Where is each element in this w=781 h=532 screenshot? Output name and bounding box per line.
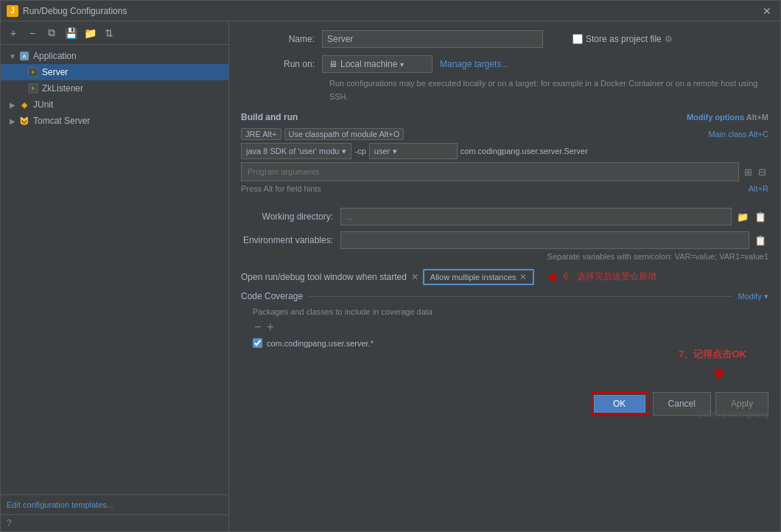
working-dir-row: Working directory: 📁 📋 [241, 208, 768, 225]
tomcat-arrow: ▶ [7, 115, 18, 127]
bottom-buttons: OK Cancel Apply [241, 385, 768, 419]
config-tree: ▼ A Application Server [1, 45, 228, 494]
folder-button[interactable]: 📁 [82, 25, 98, 41]
close-open-run-icon[interactable]: ✕ [411, 272, 418, 282]
ok-button[interactable]: OK [594, 395, 645, 413]
left-panel: + − ⧉ 💾 📁 ⇅ [1, 21, 229, 531]
sdk-row: java 8 SDK of 'user' modu ▾ -cp user ▾ c… [241, 143, 768, 159]
tomcat-icon: 🐱 [18, 115, 30, 127]
run-on-dropdown[interactable]: 🖥 Local machine ▾ [322, 55, 432, 73]
vars-dir-button[interactable]: 📋 [752, 211, 768, 223]
copy-icon: ⧉ [48, 27, 55, 39]
copy-config-button[interactable]: ⧉ [43, 25, 60, 41]
help-icon[interactable]: ? [7, 518, 12, 528]
allow-multiple-label: Allow multiple instances [430, 273, 516, 281]
options-chips-row: Open run/debug tool window when started … [241, 268, 768, 285]
working-dir-input[interactable] [340, 208, 732, 225]
sdk-arrow-icon: ▾ [342, 147, 346, 156]
name-input[interactable] [322, 30, 543, 48]
store-label: Store as project file [586, 34, 662, 44]
semicolon-hint: Separate variables with semicolon: VAR=v… [241, 252, 768, 261]
add-config-button[interactable]: + [5, 25, 21, 41]
application-group-icon: A [18, 50, 30, 62]
dropdown-arrow-icon: ▾ [400, 60, 404, 69]
coverage-title: Code Coverage [241, 291, 303, 301]
classpath-dropdown[interactable]: user ▾ [369, 143, 458, 159]
store-area: Store as project file ⚙ [572, 34, 673, 44]
allow-multiple-close-icon[interactable]: ✕ [519, 272, 527, 282]
main-class-value: com.codingpang.user.server.Server [460, 147, 768, 155]
packages-buttons: − + [253, 321, 768, 334]
annotation-step6: 6、选择完后这里会新增 [563, 270, 656, 283]
help-area: ? [1, 514, 228, 531]
remove-config-button[interactable]: − [24, 25, 41, 41]
application-group-label: Application [33, 51, 77, 61]
allow-multiple-chip: Allow multiple instances ✕ [423, 269, 534, 285]
junit-icon: ◆ [18, 99, 30, 111]
zklistener-icon [27, 83, 39, 94]
package-text: com.codingpang.user.server.* [267, 339, 374, 348]
remove-package-button[interactable]: − [253, 321, 262, 334]
right-panel: Name: Store as project file ⚙ Run on: 🖥 … [229, 21, 780, 531]
modify-options-link[interactable]: Modify options Alt+M [687, 113, 768, 122]
env-vars-input[interactable] [340, 231, 749, 249]
gear-icon[interactable]: ⚙ [665, 34, 673, 44]
tree-zklistener-item[interactable]: ZkListener [1, 80, 228, 97]
cp-arrow-icon: ▾ [393, 147, 397, 156]
svg-text:A: A [22, 53, 27, 60]
server-item-label: Server [42, 67, 68, 77]
collapse-arrow: ▼ [7, 50, 18, 62]
annotation-arrow-right: ◄ [544, 268, 559, 285]
watermark: CSDN @CodingPang [698, 410, 768, 419]
run-on-label: Run on: [241, 59, 322, 69]
cp-label: -cp [354, 147, 365, 155]
close-button[interactable]: ✕ [760, 5, 774, 17]
step7-arrow-icon: ▼ [241, 364, 728, 385]
package-row: com.codingpang.user.server.* [253, 338, 768, 348]
jre-row: JRE Alt+ Use classpath of module Alt+O M… [241, 128, 768, 140]
dir-buttons: 📁 📋 [735, 211, 768, 223]
zklistener-item-label: ZkListener [42, 83, 83, 94]
program-args-row: ⊞ ⊟ [241, 162, 768, 181]
shrink-button[interactable]: ⊟ [756, 166, 768, 178]
sdk-dropdown[interactable]: java 8 SDK of 'user' modu ▾ [241, 143, 351, 159]
ok-highlight-area: OK [591, 392, 648, 416]
tomcat-group-label: Tomcat Server [33, 116, 90, 126]
minus-icon: − [29, 27, 35, 39]
tree-application-group[interactable]: ▼ A Application [1, 48, 228, 64]
press-alt-hint: Press Alt for field hints [241, 184, 321, 193]
open-run-label: Open run/debug tool window when started [241, 272, 407, 282]
server-run-icon [27, 66, 39, 78]
expand-icons: ⊞ ⊟ [742, 166, 768, 178]
jre-hint-tag: JRE Alt+ [241, 128, 281, 140]
build-run-header: Build and run Modify options Alt+M [241, 112, 768, 122]
tree-server-item[interactable]: Server [1, 64, 228, 80]
name-label: Name: [241, 34, 322, 44]
sort-button[interactable]: ⇅ [101, 25, 117, 41]
tree-tomcat-group[interactable]: ▶ 🐱 Tomcat Server [1, 113, 228, 129]
store-checkbox[interactable] [572, 34, 583, 44]
expand-button[interactable]: ⊞ [742, 166, 754, 178]
title-text: Run/Debug Configurations [23, 6, 760, 16]
coverage-modify-link[interactable]: Modify ▾ [738, 292, 768, 301]
left-toolbar: + − ⧉ 💾 📁 ⇅ [1, 21, 228, 45]
save-config-button[interactable]: 💾 [63, 25, 79, 41]
junit-group-label: JUnit [33, 99, 53, 110]
use-classpath-hint-tag: Use classpath of module Alt+O [284, 128, 404, 140]
build-run-label: Build and run [241, 112, 298, 122]
working-dir-label: Working directory: [241, 211, 340, 222]
packages-label: Packages and classes to include in cover… [253, 307, 768, 316]
hints-row: Press Alt for field hints Alt+R [241, 184, 768, 200]
program-args-input[interactable] [241, 162, 739, 181]
edit-templates-link[interactable]: Edit configuration templates... [7, 500, 113, 509]
code-coverage-section: Code Coverage Modify ▾ Packages and clas… [241, 291, 768, 348]
edit-vars-button[interactable]: 📋 [752, 234, 768, 247]
sort-icon: ⇅ [105, 27, 113, 39]
browse-dir-button[interactable]: 📁 [735, 211, 751, 223]
add-package-button[interactable]: + [265, 321, 275, 334]
run-debug-dialog: J Run/Debug Configurations ✕ + − ⧉ 💾 [0, 0, 781, 532]
folder-icon: 📁 [84, 27, 97, 39]
manage-targets-link[interactable]: Manage targets... [440, 59, 508, 69]
tree-junit-group[interactable]: ▶ ◆ JUnit [1, 97, 228, 113]
package-checkbox[interactable] [253, 338, 262, 348]
